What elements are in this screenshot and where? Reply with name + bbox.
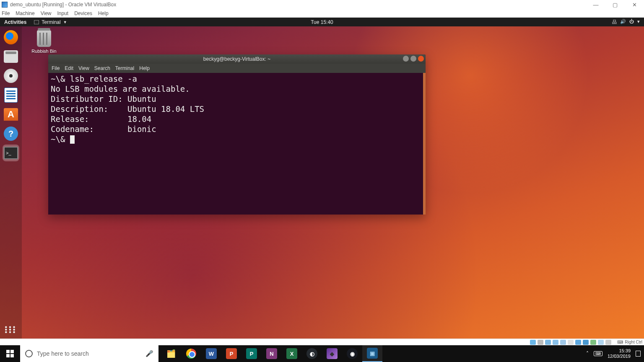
terminal-menubar: File Edit View Search Terminal Help [48, 64, 426, 73]
terminal-titlebar[interactable]: beckyg@beckyg-VirtualBox: ~ [48, 54, 426, 64]
taskbar-word[interactable]: W [201, 345, 221, 362]
terminal-menu-file[interactable]: File [52, 65, 60, 71]
powerpoint-icon: P [226, 348, 237, 359]
ubuntu-dock: ? ••••••••• [0, 26, 22, 339]
vbox-status-cpu-icon[interactable] [590, 340, 596, 345]
writer-icon [4, 88, 18, 103]
host-minimize-button[interactable]: — [586, 0, 605, 9]
vbox-menu-file[interactable]: File [2, 10, 10, 16]
vbox-menu-devices[interactable]: Devices [74, 10, 92, 16]
taskbar-time: 15:39 [608, 348, 631, 354]
excel-icon: X [286, 348, 297, 359]
terminal-line: Codename: bionic [51, 124, 156, 134]
microphone-icon[interactable]: 🎤 [145, 350, 153, 357]
taskbar-steam[interactable]: ◉ [342, 345, 362, 362]
chrome-icon [186, 349, 196, 359]
desktop-icon-trash[interactable]: Rubbish Bin [29, 30, 59, 54]
terminal-mini-icon [34, 20, 39, 24]
start-button[interactable] [0, 345, 20, 362]
action-center-button[interactable] [636, 351, 641, 357]
taskbar-excel[interactable]: X [282, 345, 302, 362]
volume-icon[interactable]: 🔊 [620, 19, 626, 25]
dock-files[interactable] [3, 48, 19, 65]
taskbar-powerpoint[interactable]: P [221, 345, 242, 362]
host-maximize-button[interactable]: ▢ [605, 0, 625, 9]
vbox-status-mouse-icon[interactable] [598, 340, 604, 345]
trash-icon [37, 30, 51, 47]
vbox-status-keyboard-icon[interactable] [605, 340, 611, 345]
dock-firefox[interactable] [3, 29, 19, 46]
github-icon: ◐ [306, 348, 317, 359]
vbox-menu-input[interactable]: Input [57, 10, 69, 16]
virtualbox-statusbar: ⌨ Right Ctrl [0, 339, 644, 345]
cortana-icon [25, 350, 33, 357]
terminal-window[interactable]: beckyg@beckyg-VirtualBox: ~ File Edit Vi… [48, 54, 426, 215]
vbox-status-audio-icon[interactable] [575, 340, 581, 345]
terminal-line: Description: Ubuntu 18.04 LTS [51, 104, 204, 114]
word-icon: W [206, 348, 217, 359]
chevron-down-icon[interactable]: ▾ [637, 19, 640, 25]
network-icon[interactable]: 品 [612, 19, 617, 25]
terminal-icon [4, 147, 18, 159]
terminal-menu-help[interactable]: Help [139, 65, 150, 71]
taskbar-date: 12/03/2019 [608, 354, 631, 359]
windows-taskbar: Type here to search 🎤 🗂️ W P P N X ◐ ◆ ◉… [0, 345, 644, 362]
terminal-cursor [70, 135, 75, 144]
taskbar-search-box[interactable]: Type here to search 🎤 [20, 345, 158, 362]
terminal-minimize-button[interactable] [403, 56, 409, 62]
terminal-line: Release: 18.04 [51, 114, 151, 124]
taskbar-onenote[interactable]: N [262, 345, 282, 362]
taskbar-clock[interactable]: 15:39 12/03/2019 [608, 348, 631, 359]
power-icon[interactable]: ⏻ [629, 19, 634, 25]
windows-logo-icon [6, 350, 14, 357]
vbox-menu-help[interactable]: Help [98, 10, 109, 16]
taskbar-visualstudio[interactable]: ◆ [322, 345, 342, 362]
terminal-menu-view[interactable]: View [78, 65, 89, 71]
search-placeholder: Type here to search [37, 350, 89, 357]
terminal-scrollbar[interactable] [423, 73, 426, 215]
dock-terminal[interactable] [3, 145, 19, 161]
dock-rhythmbox[interactable] [3, 67, 19, 84]
taskbar-chrome[interactable] [181, 345, 201, 362]
app-menu-indicator[interactable]: Terminal ▼ [34, 19, 67, 25]
terminal-line: No LSB modules are available. [51, 84, 190, 93]
vm-display-area: Activities Terminal ▼ Tue 15:40 品 🔊 ⏻ ▾ … [0, 18, 644, 339]
virtualbox-titlebar: demo_ubuntu [Running] - Oracle VM Virtua… [0, 0, 644, 9]
gnome-clock[interactable]: Tue 15:40 [311, 19, 333, 25]
terminal-maximize-button[interactable] [410, 56, 416, 62]
vbox-menu-machine[interactable]: Machine [16, 10, 34, 16]
terminal-body[interactable]: ~\& lsb_release -a No LSB modules are av… [48, 73, 426, 215]
files-icon [4, 50, 18, 63]
show-applications-button[interactable]: ••••••••• [5, 326, 17, 334]
vbox-status-display-icon[interactable] [560, 340, 566, 345]
taskbar-file-explorer[interactable]: 🗂️ [161, 345, 181, 362]
dock-ubuntu-software[interactable] [3, 106, 19, 123]
taskbar-github[interactable]: ◐ [302, 345, 322, 362]
taskbar-publisher[interactable]: P [242, 345, 262, 362]
activities-button[interactable]: Activities [4, 19, 26, 25]
help-icon: ? [4, 127, 18, 141]
vbox-menu-view[interactable]: View [41, 10, 52, 16]
vbox-status-record-icon[interactable] [568, 340, 574, 345]
terminal-menu-search[interactable]: Search [94, 65, 110, 71]
tray-overflow-button[interactable]: ˄ [586, 351, 589, 357]
taskbar-virtualbox[interactable]: ▣ [362, 345, 382, 362]
terminal-line: ~\& lsb_release -a [51, 74, 137, 83]
dock-libreoffice-writer[interactable] [3, 87, 19, 103]
vbox-status-shared-icon[interactable] [553, 340, 558, 345]
terminal-menu-terminal[interactable]: Terminal [115, 65, 134, 71]
vbox-status-usb-icon[interactable] [545, 340, 551, 345]
terminal-menu-edit[interactable]: Edit [65, 65, 73, 71]
vbox-status-optical-icon[interactable] [538, 340, 543, 345]
software-icon [4, 108, 18, 121]
dock-help[interactable]: ? [3, 125, 19, 142]
terminal-line: ~\& [51, 134, 70, 144]
chevron-down-icon: ▼ [63, 20, 67, 24]
virtualbox-menubar: File Machine View Input Devices Help [0, 9, 644, 18]
vbox-status-hdd-icon[interactable] [530, 340, 536, 345]
virtualbox-taskbar-icon: ▣ [367, 348, 378, 359]
input-indicator[interactable]: ⌨ [594, 351, 602, 356]
terminal-close-button[interactable] [418, 56, 424, 62]
host-close-button[interactable]: ✕ [625, 0, 644, 9]
vbox-status-network-icon[interactable] [583, 340, 589, 345]
